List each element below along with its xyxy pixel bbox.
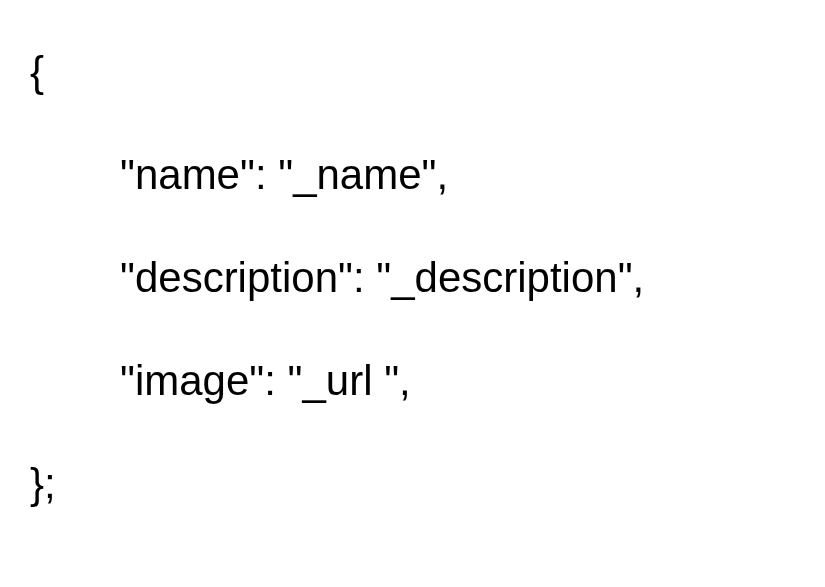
code-line-image: "image": "_url ", (120, 349, 795, 412)
brace-open: { (30, 40, 795, 103)
code-line-description: "description": "_description", (120, 246, 795, 309)
brace-close: }; (30, 452, 795, 515)
code-line-name: "name": "_name", (120, 143, 795, 206)
